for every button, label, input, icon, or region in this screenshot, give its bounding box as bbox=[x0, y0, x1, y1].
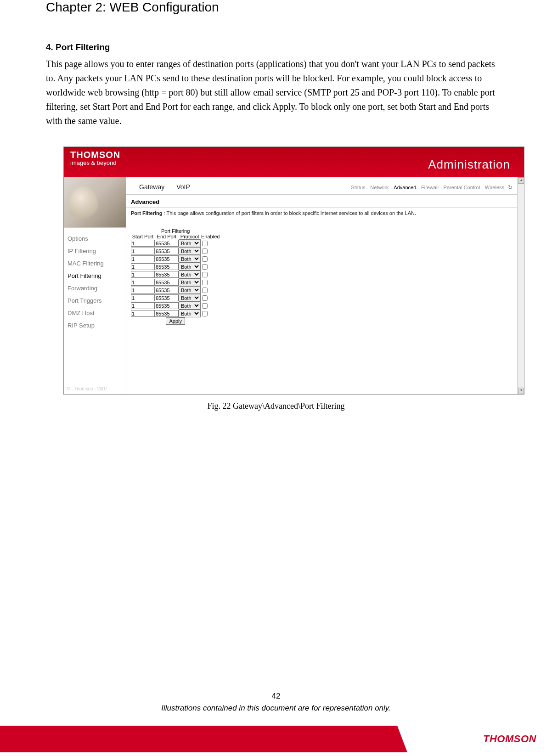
end-port-input[interactable] bbox=[155, 255, 179, 262]
protocol-select[interactable]: Both bbox=[179, 239, 201, 247]
end-port-input[interactable] bbox=[155, 294, 179, 301]
banner-tagline: images & beyond bbox=[70, 160, 120, 166]
end-port-input[interactable] bbox=[155, 248, 179, 254]
sidebar-item-port-triggers[interactable]: Port Triggers bbox=[68, 294, 126, 307]
protocol-select[interactable]: Both bbox=[179, 286, 201, 294]
enabled-checkbox[interactable] bbox=[202, 248, 208, 254]
start-port-input[interactable] bbox=[131, 240, 155, 247]
table-row: Both bbox=[131, 302, 220, 310]
sidebar-item-dmz-host[interactable]: DMZ Host bbox=[68, 307, 126, 319]
desc-line: Port Filtering : This page allows config… bbox=[126, 208, 524, 219]
start-port-input[interactable] bbox=[131, 271, 155, 278]
enabled-checkbox[interactable] bbox=[202, 241, 208, 246]
start-port-input[interactable] bbox=[131, 255, 155, 262]
body-paragraph: This page allows you to enter ranges of … bbox=[46, 57, 506, 128]
tab-bar: Gateway VoIP Status - Network - Advanced… bbox=[126, 177, 524, 195]
table-row: Both bbox=[131, 310, 220, 317]
protocol-select[interactable]: Both bbox=[179, 263, 201, 271]
protocol-select[interactable]: Both bbox=[179, 271, 201, 278]
subnav-network-[interactable]: Network - bbox=[370, 185, 392, 190]
table-row: Both bbox=[131, 247, 220, 255]
start-port-input[interactable] bbox=[131, 279, 155, 286]
enabled-checkbox[interactable] bbox=[202, 311, 208, 316]
start-port-input[interactable] bbox=[131, 294, 155, 301]
end-port-input[interactable] bbox=[155, 302, 179, 309]
sidebar-item-mac-filtering[interactable]: MAC Filtering bbox=[68, 257, 126, 270]
scrollbar[interactable]: ▴ ▾ bbox=[517, 177, 524, 394]
end-port-input[interactable] bbox=[155, 271, 179, 278]
footer: 42 Illustrations contained in this docum… bbox=[0, 692, 552, 756]
end-port-input[interactable] bbox=[155, 279, 179, 286]
sidebar-copyright: © - Thomson - 2007 bbox=[67, 386, 107, 391]
subnav-advanced-[interactable]: Advanced - bbox=[394, 185, 419, 190]
protocol-select[interactable]: Both bbox=[179, 278, 201, 286]
table-row: Both bbox=[131, 239, 220, 247]
port-filter-table: Port Filtering Start PortEnd PortProtoco… bbox=[131, 228, 220, 325]
sidebar-item-ip-filtering[interactable]: IP Filtering bbox=[68, 245, 126, 257]
start-port-input[interactable] bbox=[131, 263, 155, 270]
end-port-input[interactable] bbox=[155, 263, 179, 270]
desc-text: : This page allows configuration of port… bbox=[162, 210, 416, 216]
col-protocol: Protocol bbox=[179, 234, 201, 239]
protocol-select[interactable]: Both bbox=[179, 255, 201, 263]
protocol-select[interactable]: Both bbox=[179, 247, 201, 255]
tab-gateway[interactable]: Gateway bbox=[137, 179, 166, 194]
banner: THOMSON images & beyond Administration bbox=[64, 147, 524, 177]
table-row: Both bbox=[131, 278, 220, 286]
sidebar-item-port-filtering[interactable]: Port Filtering bbox=[68, 270, 126, 282]
col-start-port: Start Port bbox=[131, 234, 155, 239]
enabled-checkbox[interactable] bbox=[202, 280, 208, 285]
chevron-refresh-icon[interactable]: ↻ bbox=[508, 184, 513, 191]
chapter-title: Chapter 2: WEB Configuration bbox=[46, 0, 506, 15]
end-port-input[interactable] bbox=[155, 310, 179, 317]
subnav-status-[interactable]: Status - bbox=[351, 185, 368, 190]
page-number: 42 bbox=[0, 692, 552, 701]
col-end-port: End Port bbox=[155, 234, 179, 239]
subnav-firewall-[interactable]: Firewall - bbox=[421, 185, 442, 190]
tab-voip[interactable]: VoIP bbox=[175, 179, 192, 194]
admin-screenshot: THOMSON images & beyond Administration O… bbox=[63, 147, 524, 395]
scroll-up-icon[interactable]: ▴ bbox=[518, 177, 524, 184]
sidebar-item-rip-setup[interactable]: RIP Setup bbox=[68, 319, 126, 332]
subnav-parental-control-[interactable]: Parental Control - bbox=[444, 185, 483, 190]
section-title: 4. Port Filtering bbox=[46, 42, 506, 52]
desc-label: Port Filtering bbox=[131, 210, 162, 216]
enabled-checkbox[interactable] bbox=[202, 288, 208, 293]
enabled-checkbox[interactable] bbox=[202, 272, 208, 277]
apply-button[interactable]: Apply bbox=[166, 317, 185, 325]
start-port-input[interactable] bbox=[131, 248, 155, 254]
illustration-note: Illustrations contained in this document… bbox=[0, 704, 552, 713]
subnav-wireless[interactable]: Wireless bbox=[485, 185, 504, 190]
start-port-input[interactable] bbox=[131, 302, 155, 309]
end-port-input[interactable] bbox=[155, 240, 179, 247]
protocol-select[interactable]: Both bbox=[179, 294, 201, 302]
footer-brand: THOMSON bbox=[483, 733, 536, 745]
end-port-input[interactable] bbox=[155, 287, 179, 293]
table-row: Both bbox=[131, 294, 220, 302]
footer-red-bar bbox=[0, 726, 397, 752]
enabled-checkbox[interactable] bbox=[202, 264, 208, 270]
sidebar-item-forwarding[interactable]: Forwarding bbox=[68, 282, 126, 294]
enabled-checkbox[interactable] bbox=[202, 256, 208, 262]
start-port-input[interactable] bbox=[131, 310, 155, 317]
section-head: Advanced bbox=[126, 195, 524, 208]
table-row: Both bbox=[131, 263, 220, 271]
col-enabled: Enabled bbox=[201, 234, 220, 239]
table-row: Both bbox=[131, 255, 220, 263]
scroll-down-icon[interactable]: ▾ bbox=[518, 388, 524, 394]
table-row: Both bbox=[131, 286, 220, 294]
sidebar: OptionsIP FilteringMAC FilteringPort Fil… bbox=[64, 177, 126, 394]
banner-right: Administration bbox=[428, 158, 510, 172]
banner-brand: THOMSON bbox=[70, 150, 120, 160]
sidebar-item-options[interactable]: Options bbox=[68, 232, 126, 245]
banner-brand-block: THOMSON images & beyond bbox=[70, 150, 120, 166]
table-caption: Port Filtering bbox=[131, 228, 220, 234]
protocol-select[interactable]: Both bbox=[179, 310, 201, 317]
enabled-checkbox[interactable] bbox=[202, 295, 208, 301]
sidebar-photo bbox=[64, 177, 126, 228]
table-row: Both bbox=[131, 271, 220, 278]
enabled-checkbox[interactable] bbox=[202, 303, 208, 309]
main-panel: Gateway VoIP Status - Network - Advanced… bbox=[126, 177, 524, 394]
protocol-select[interactable]: Both bbox=[179, 302, 201, 310]
start-port-input[interactable] bbox=[131, 287, 155, 293]
